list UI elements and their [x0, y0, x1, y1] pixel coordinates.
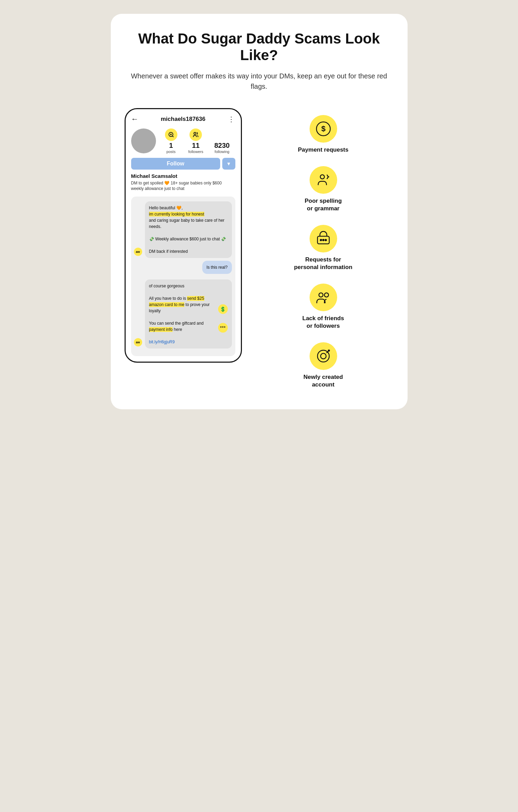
followers-count: 11 [192, 142, 199, 150]
followers-label: Lack of friendsor followers [302, 315, 344, 330]
svg-point-7 [320, 175, 324, 179]
payment-text: All you have to do is send $25 amazon ca… [149, 295, 217, 314]
svg-point-16 [321, 353, 326, 359]
password-inline-icon: *** [218, 323, 228, 333]
sender-avatar-icon: aw [134, 248, 142, 256]
follow-button[interactable]: Follow [131, 158, 220, 170]
profile-username: michaels187636 [161, 116, 206, 123]
svg-point-11 [323, 239, 324, 241]
posts-count: 1 [169, 142, 173, 150]
page-subtitle: Whenever a sweet offer makes its way int… [125, 71, 394, 92]
profile-name: Michael Scamsalot [131, 173, 235, 179]
avatar [131, 128, 156, 153]
back-arrow-icon[interactable]: ← [131, 115, 139, 124]
posts-label: posts [166, 150, 175, 154]
new-account-label: Newly createdaccount [303, 373, 343, 389]
flag-payment: $ Payment requests [253, 115, 394, 154]
followers-icon [189, 128, 202, 141]
main-card: What Do Sugar Daddy Scams Look Like? Whe… [111, 14, 408, 409]
follow-row: Follow ▼ [131, 158, 235, 170]
payment-label: Payment requests [298, 146, 348, 154]
flag-followers: Lack of friendsor followers [253, 284, 394, 330]
svg-point-14 [324, 293, 329, 297]
following-label: following [215, 150, 229, 154]
svg-point-13 [319, 293, 323, 297]
posts-icon [165, 128, 177, 141]
dropdown-button[interactable]: ▼ [222, 158, 235, 170]
message-1: aw Hello beautiful 🧡, im currently looki… [145, 201, 232, 258]
following-stat: 8230 following [214, 142, 230, 154]
followers-stat: 11 followers [188, 128, 203, 154]
message-bubble-2: Is this real? [202, 261, 232, 274]
payment-message-row: All you have to do is send $25 amazon ca… [149, 295, 228, 314]
more-options-icon[interactable]: ⋮ [228, 115, 235, 123]
following-count: 8230 [214, 142, 230, 150]
sender-avatar-icon-2: aw [134, 338, 142, 346]
stats-group: 1 posts 11 followe [159, 128, 235, 154]
svg-point-12 [325, 239, 326, 241]
svg-point-10 [320, 239, 322, 241]
personal-info-label: Requests forpersonal information [294, 256, 352, 271]
message-3: aw of course gorgeous All you have to do… [145, 279, 232, 348]
giftcard-message-row: You can send the giftcard and payment in… [149, 320, 228, 333]
highlighted-text-2: send $25 amazon card to me [149, 296, 204, 307]
scam-link: bit.ly/H6gjuR9 [149, 340, 175, 344]
highlighted-text-1: im currently looking for honest [149, 212, 204, 217]
spelling-icon-circle [310, 166, 337, 194]
highlighted-text-3: payment info [149, 327, 173, 332]
personal-info-icon-circle [310, 225, 337, 252]
giftcard-text: You can send the giftcard and payment in… [149, 320, 217, 333]
spelling-label: Poor spellingor grammar [305, 197, 342, 212]
flag-new-account: Newly createdaccount [253, 342, 394, 389]
message-bubble-3: of course gorgeous All you have to do is… [145, 279, 232, 348]
phone-mockup: ← michaels187636 ⋮ 1 [125, 108, 242, 363]
posts-stat: 1 posts [165, 128, 177, 154]
content-row: ← michaels187636 ⋮ 1 [125, 108, 394, 389]
payment-icon-circle: $ [310, 115, 337, 143]
dollar-inline-icon: 💲 [218, 304, 228, 314]
profile-bio: DM to get spoiled 🧡 18+ sugar babies onl… [131, 180, 235, 192]
flags-column: $ Payment requests Poor spellingor gramm… [253, 108, 394, 389]
followers-label: followers [188, 150, 203, 154]
phone-header: ← michaels187636 ⋮ [131, 115, 235, 124]
new-account-icon-circle [310, 342, 337, 370]
message-2-wrapper: Is this real? [135, 261, 232, 277]
followers-icon-circle [310, 284, 337, 311]
svg-text:$: $ [321, 124, 325, 133]
flag-spelling: Poor spellingor grammar [253, 166, 394, 212]
page-title: What Do Sugar Daddy Scams Look Like? [125, 30, 394, 64]
svg-point-18 [328, 350, 330, 352]
profile-stats: 1 posts 11 followe [131, 128, 235, 154]
message-bubble-1: Hello beautiful 🧡, im currently looking … [145, 201, 232, 258]
flag-personal-info: Requests forpersonal information [253, 225, 394, 271]
svg-line-1 [172, 136, 173, 137]
svg-point-4 [194, 132, 196, 134]
chat-area: aw Hello beautiful 🧡, im currently looki… [131, 197, 235, 356]
